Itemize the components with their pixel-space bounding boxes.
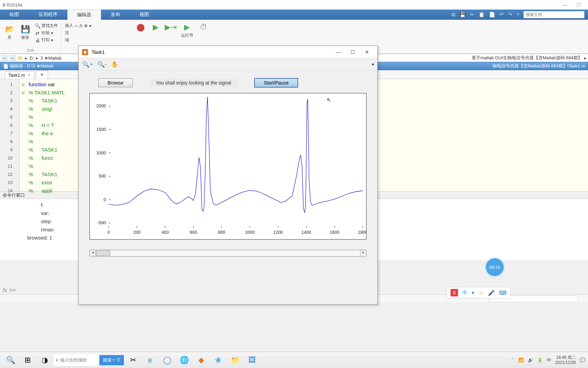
snip-icon[interactable]: ✂ [125, 353, 141, 367]
zoom-out-icon[interactable]: 🔍- [97, 61, 107, 68]
doc-search-input[interactable] [523, 11, 585, 18]
tray-volume-icon[interactable]: 🔊 [528, 357, 533, 363]
taskbar-search[interactable]: e 输入你想搜的 [54, 354, 98, 366]
qat-redo-icon[interactable]: ↷ [508, 12, 512, 18]
tab-publish[interactable]: 发布 [101, 10, 130, 20]
svg-text:500: 500 [99, 173, 106, 179]
zoom-in-icon[interactable]: 🔍+ [82, 61, 93, 68]
edge-icon[interactable]: ◯ [159, 353, 175, 367]
run-section-button[interactable]: ▶运行节 [179, 22, 195, 39]
ime-punct-toggle[interactable]: ▾ [472, 290, 474, 296]
tab-view[interactable]: 视图 [130, 10, 159, 20]
explorer-icon[interactable]: 📁 [227, 353, 243, 367]
tray-ime-icon[interactable]: 中 [547, 357, 551, 363]
toolbar-dropdown-icon[interactable]: ▾ [372, 62, 374, 67]
baidu-search-button[interactable]: 搜索一下 [99, 355, 124, 365]
path-seg[interactable]: 3 ★Matlab [40, 56, 62, 61]
browser-icon[interactable]: 🌐 [176, 353, 192, 367]
signal-axes[interactable]: 020040060080010001200140016001800-500050… [89, 93, 366, 240]
figure-toolbar: 🔍+ 🔍- ✋ ▾ [79, 58, 377, 71]
document-icon: 📄 [3, 64, 10, 69]
indent-button[interactable]: 缩 [64, 37, 92, 43]
recording-timer-badge: 00:10 [486, 258, 504, 276]
start-pause-button[interactable]: Start/Pause [254, 78, 298, 88]
command-prompt[interactable]: fx >> [3, 287, 16, 294]
fig-minimize-button[interactable]: — [331, 49, 345, 55]
horizontal-scrollbar[interactable]: ◂ ▸ [89, 250, 366, 257]
play-section-icon: ▶ [182, 22, 192, 32]
scroll-left-button[interactable]: ◂ [90, 250, 96, 256]
tray-chevron-icon[interactable]: ˄ [512, 357, 514, 363]
breakpoints-button[interactable]: ⬤ [134, 22, 148, 33]
scroll-thumb[interactable] [96, 250, 110, 256]
find-files-icon: 🔍 [35, 23, 40, 29]
figure-title: Task1 [92, 49, 105, 55]
nav-fwd-button[interactable]: ⇨ [10, 55, 16, 61]
svg-text:-500: -500 [97, 220, 106, 225]
tray-battery-icon[interactable]: 🔋 [537, 357, 543, 363]
clock-date: 2021/12/28 [555, 360, 576, 365]
svg-text:400: 400 [162, 230, 169, 235]
insert-button[interactable]: 插入 ▭ fx ⚙ ▾ [64, 22, 92, 29]
photos-icon[interactable]: 🖼 [244, 353, 260, 367]
pan-icon[interactable]: ✋ [111, 61, 118, 68]
fold-column[interactable]: ⊟⊟ [20, 79, 27, 191]
taskbar-clock[interactable]: 16:46 周二 2021/12/28 [555, 355, 576, 365]
qat-clip-icon[interactable]: 📄 [489, 12, 495, 18]
ribbon-tab-strip: 绘图 应用程序 编辑器 发布 视图 ⧉ 💾 ✂ 📋 📄 ↶ ↷ ? [0, 10, 588, 20]
svg-text:600: 600 [190, 230, 197, 235]
maximize-button[interactable]: ☐ [572, 2, 585, 7]
open-button[interactable]: 📂 开 [3, 24, 16, 41]
run-advance-button[interactable]: ▶⇥ [164, 22, 178, 33]
ime-keyboard-button[interactable]: ⌨ [499, 290, 507, 296]
qat-save-icon[interactable]: 💾 [459, 12, 466, 18]
ime-toolbar[interactable]: S 中 ▾ ☺ 🎤 ⌨ [447, 287, 510, 298]
save-button[interactable]: 💾 保存 [18, 24, 32, 41]
qat-help-icon[interactable]: ? [517, 12, 519, 18]
svg-text:2000: 2000 [96, 103, 106, 108]
app-title: B R2014a [3, 2, 22, 7]
tray-network-icon[interactable]: 📶 [518, 357, 524, 363]
qat-cut-icon[interactable]: ⧉ [452, 12, 455, 18]
path-drive[interactable]: D: [30, 56, 34, 61]
minimize-button[interactable]: — [558, 2, 572, 7]
new-tab-button[interactable]: + [36, 70, 48, 79]
fig-close-button[interactable]: ✕ [360, 49, 374, 55]
close-tab-icon[interactable]: ✕ [28, 73, 31, 77]
run-timing-button[interactable]: ⏱ [197, 22, 210, 33]
matlab-taskbar-icon[interactable]: ◆ [193, 353, 209, 367]
tab-apps[interactable]: 应用程序 [29, 10, 67, 20]
browse-button[interactable]: Browse [98, 78, 133, 87]
svg-text:1800: 1800 [358, 230, 366, 235]
qat-undo-icon[interactable]: ↶ [500, 12, 504, 18]
ime-mic-button[interactable]: 🎤 [488, 290, 495, 296]
app-icon[interactable]: ❀ [210, 353, 226, 367]
svg-text:1000: 1000 [96, 150, 106, 155]
annotate-button[interactable]: 注 [64, 30, 92, 36]
start-button[interactable]: 🔍 [3, 353, 18, 367]
run-button[interactable]: ▶ [149, 22, 163, 33]
scroll-track[interactable] [96, 250, 360, 256]
ime-emoji-button[interactable]: ☺ [478, 290, 484, 296]
notifications-icon[interactable]: 💬 [580, 357, 585, 363]
figure-titlebar[interactable]: ◆ Task1 — ☐ ✕ [79, 46, 377, 58]
qat-paste-icon[interactable]: 📋 [478, 12, 485, 18]
gear-icon: ⚙ [84, 24, 88, 28]
svg-text:1400: 1400 [301, 230, 311, 235]
ie-taskbar-icon[interactable]: e [142, 353, 158, 367]
fig-maximize-button[interactable]: ☐ [345, 49, 360, 55]
obs-icon[interactable]: ◑ [37, 353, 52, 367]
folder-icon: 📁 [18, 56, 23, 61]
ime-lang-toggle[interactable]: 中 [462, 289, 468, 296]
find-files-button[interactable]: 🔍查找文件 [34, 22, 59, 29]
tab-plots[interactable]: 绘图 [0, 10, 29, 20]
compare-button[interactable]: ⇄比较 ▾ [34, 30, 59, 36]
print-button[interactable]: 🖨打印 ▾ [34, 37, 59, 43]
nav-back-button[interactable]: ⇦ [1, 55, 7, 61]
file-tab-task1[interactable]: Task1.m ✕ [5, 71, 34, 79]
scroll-right-button[interactable]: ▸ [360, 250, 366, 256]
tab-editor[interactable]: 编辑器 [67, 10, 101, 20]
figure-window-task1: ◆ Task1 — ☐ ✕ 🔍+ 🔍- ✋ ▾ Browse You shall… [78, 46, 378, 305]
cortana-icon[interactable]: ⊞ [20, 353, 35, 367]
qat-copy-icon[interactable]: ✂ [470, 12, 474, 18]
